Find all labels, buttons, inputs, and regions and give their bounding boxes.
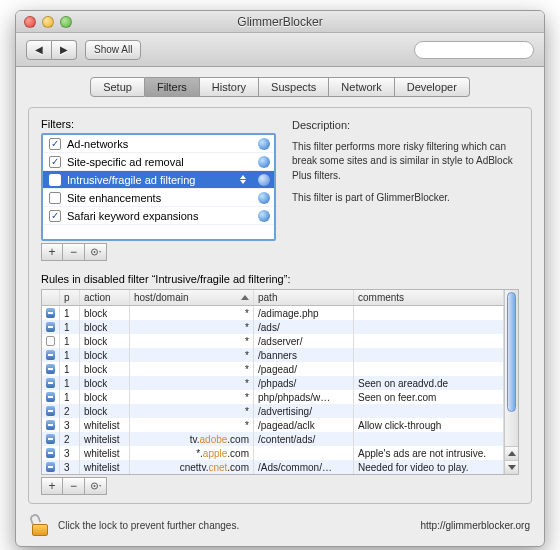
rules-header[interactable]: p action host/domain path comments (42, 290, 504, 306)
tab-bar: SetupFiltersHistorySuspectsNetworkDevelo… (16, 67, 544, 97)
close-icon[interactable] (24, 16, 36, 28)
filter-item[interactable]: Intrusive/fragile ad filtering (43, 171, 274, 189)
filter-name: Safari keyword expansions (67, 210, 198, 222)
gear-icon (90, 247, 102, 257)
exclude-icon (46, 420, 55, 430)
search-field[interactable] (414, 41, 534, 59)
table-row[interactable]: 1block*/adimage.php (42, 306, 504, 320)
tab-setup[interactable]: Setup (90, 77, 145, 97)
lock-text: Click the lock to prevent further change… (58, 520, 239, 531)
table-row[interactable]: 2whitelisttv.adobe.com/content/ads/ (42, 432, 504, 446)
exclude-icon (46, 322, 55, 332)
tab-history[interactable]: History (200, 77, 259, 97)
table-row[interactable]: 3whitelistcnettv.cnet.com/Ads/common/…Ne… (42, 460, 504, 474)
checkbox[interactable] (49, 210, 61, 222)
globe-icon (258, 174, 270, 186)
table-row[interactable]: 2block*/advertising/ (42, 404, 504, 418)
exclude-icon (46, 364, 55, 374)
checkbox[interactable] (49, 192, 61, 204)
globe-icon (258, 138, 270, 150)
col-path[interactable]: path (254, 290, 354, 305)
table-row[interactable]: 1block*/phpads/Seen on areadvd.de (42, 376, 504, 390)
forward-button[interactable]: ▶ (52, 40, 77, 60)
minimize-icon[interactable] (42, 16, 54, 28)
svg-point-5 (93, 485, 95, 487)
filters-toolbar: + − (41, 243, 276, 261)
globe-icon (258, 192, 270, 204)
col-action[interactable]: action (80, 290, 130, 305)
table-row[interactable]: 1block*/banners (42, 348, 504, 362)
col-host[interactable]: host/domain (130, 290, 254, 305)
remove-rule-button[interactable]: − (63, 477, 85, 495)
tab-filters[interactable]: Filters (145, 77, 200, 97)
panel: Filters: Ad-networksSite-specific ad rem… (28, 107, 532, 504)
checkbox[interactable] (49, 138, 61, 150)
rules-label: Rules in disabled filter “Intrusive/frag… (41, 273, 519, 285)
add-rule-button[interactable]: + (41, 477, 63, 495)
filter-name: Site enhancements (67, 192, 161, 204)
table-row[interactable]: 1block*/pagead/ (42, 362, 504, 376)
exclude-icon (46, 462, 55, 472)
globe-icon (258, 156, 270, 168)
description-text-2: This filter is part of GlimmerBlocker. (292, 191, 519, 206)
globe-icon (258, 210, 270, 222)
zoom-icon[interactable] (60, 16, 72, 28)
filters-label: Filters: (41, 118, 276, 130)
filter-name: Site-specific ad removal (67, 156, 184, 168)
table-row[interactable]: 3whitelist*/pagead/aclkAllow click-throu… (42, 418, 504, 432)
titlebar[interactable]: GlimmerBlocker (16, 11, 544, 33)
gear-icon (90, 481, 102, 491)
filters-list[interactable]: Ad-networksSite-specific ad removalIntru… (41, 133, 276, 241)
exclude-icon (46, 406, 55, 416)
table-row[interactable]: 3whitelist*.apple.comApple's ads are not… (42, 446, 504, 460)
table-row[interactable]: 1block*php/phpads/w…Seen on feer.com (42, 390, 504, 404)
exclude-icon (46, 378, 55, 388)
checkbox[interactable] (49, 156, 61, 168)
rule-gear-button[interactable] (85, 477, 107, 495)
filter-gear-button[interactable] (85, 243, 107, 261)
rules-table: p action host/domain path comments 1bloc… (41, 289, 519, 475)
table-row[interactable]: 1block*/ads/ (42, 320, 504, 334)
include-icon (46, 336, 55, 346)
sort-asc-icon (241, 295, 249, 300)
col-icon[interactable] (42, 290, 60, 305)
url-link[interactable]: http://glimmerblocker.org (421, 520, 531, 531)
scroll-up-button[interactable] (505, 446, 518, 460)
exclude-icon (46, 448, 55, 458)
back-button[interactable]: ◀ (26, 40, 52, 60)
add-filter-button[interactable]: + (41, 243, 63, 261)
table-row[interactable]: 1block*/adserver/ (42, 334, 504, 348)
show-all-button[interactable]: Show All (85, 40, 141, 60)
window-title: GlimmerBlocker (16, 15, 544, 29)
footer: Click the lock to prevent further change… (16, 504, 544, 546)
lock-icon[interactable] (30, 514, 50, 536)
filter-name: Intrusive/fragile ad filtering (67, 174, 195, 186)
exclude-icon (46, 308, 55, 318)
scrollbar[interactable] (504, 290, 518, 474)
rules-toolbar: + − (41, 477, 519, 495)
tab-developer[interactable]: Developer (395, 77, 470, 97)
toolbar: ◀ ▶ Show All (16, 33, 544, 67)
col-comments[interactable]: comments (354, 290, 504, 305)
col-priority[interactable]: p (60, 290, 80, 305)
filter-item[interactable]: Ad-networks (43, 135, 274, 153)
description-text-1: This filter performs more risky filterin… (292, 140, 519, 184)
filter-item[interactable]: Site enhancements (43, 189, 274, 207)
remove-filter-button[interactable]: − (63, 243, 85, 261)
updown-icon[interactable] (238, 175, 248, 184)
tab-network[interactable]: Network (329, 77, 394, 97)
checkbox[interactable] (49, 174, 61, 186)
filter-item[interactable]: Site-specific ad removal (43, 153, 274, 171)
exclude-icon (46, 434, 55, 444)
tab-suspects[interactable]: Suspects (259, 77, 329, 97)
svg-point-3 (93, 251, 95, 253)
filter-item[interactable]: Safari keyword expansions (43, 207, 274, 225)
search-input[interactable] (425, 44, 545, 56)
description-label: Description: (292, 118, 519, 134)
exclude-icon (46, 392, 55, 402)
filter-name: Ad-networks (67, 138, 128, 150)
exclude-icon (46, 350, 55, 360)
scrollbar-thumb[interactable] (507, 292, 516, 412)
scroll-down-button[interactable] (505, 460, 518, 474)
window: GlimmerBlocker ◀ ▶ Show All SetupFilters… (15, 10, 545, 547)
